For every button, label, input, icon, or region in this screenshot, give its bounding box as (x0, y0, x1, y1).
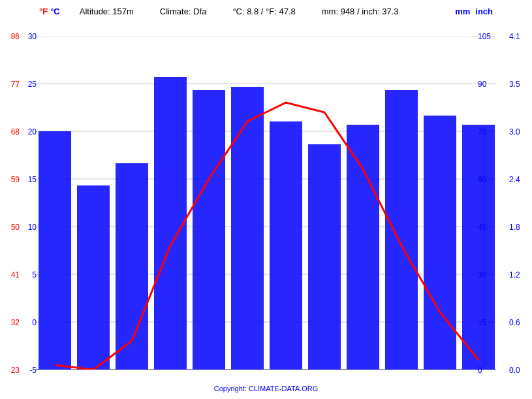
mm-105: 105 (478, 32, 491, 41)
c-label: °C (50, 7, 60, 16)
inch-24: 2.4 (509, 175, 520, 184)
c-5: 5 (32, 270, 37, 279)
svg-rect-19 (424, 116, 456, 370)
svg-rect-9 (39, 131, 71, 370)
svg-rect-16 (308, 144, 341, 370)
y-axis-inch: 4.1 3.5 3.0 2.4 1.8 1.2 0.6 0.0 (508, 36, 531, 370)
svg-rect-18 (385, 90, 418, 370)
mm-90: 90 (478, 80, 486, 89)
mm-30: 30 (478, 270, 486, 279)
temp-label: °C: 8.8 / °F: 47.8 (232, 7, 295, 16)
svg-rect-15 (270, 121, 302, 370)
mm-45: 45 (478, 223, 486, 232)
c-25: 25 (28, 80, 37, 89)
chart-header: °F °C Altitude: 157m Climate: Dfa °C: 8.… (0, 7, 532, 16)
mm-15: 15 (478, 318, 486, 327)
inch-12: 1.2 (509, 270, 520, 279)
f-label: °F (39, 7, 48, 16)
c-15: 15 (28, 175, 37, 184)
inch-30: 3.0 (509, 127, 520, 136)
c-30: 30 (28, 32, 37, 41)
inch-41: 4.1 (509, 32, 520, 41)
inch-header-label: inch (475, 7, 493, 16)
mm-75: 75 (478, 127, 486, 136)
svg-rect-14 (231, 87, 264, 370)
copyright: Copyright: CLIMATE-DATA.ORG (214, 382, 319, 394)
chart-container: °F °C Altitude: 157m Climate: Dfa °C: 8.… (0, 0, 532, 399)
precip-label: mm: 948 / inch: 37.3 (322, 7, 399, 16)
svg-rect-12 (154, 77, 187, 370)
main-chart-svg: 01 02 03 04 05 06 07 08 09 10 11 12 (36, 36, 496, 370)
c-0: 0 (32, 318, 37, 327)
mm-0: 0 (478, 366, 482, 375)
inch-18: 1.8 (509, 223, 520, 232)
svg-rect-13 (193, 90, 225, 370)
c-neg5: -5 (29, 366, 37, 375)
y-axis-f: 86 77 68 59 50 41 32 23 (1, 36, 20, 370)
y-axis-mm: 105 90 75 60 45 30 15 0 (475, 36, 496, 370)
altitude-label: Altitude: 157m (80, 7, 134, 16)
inch-35: 3.5 (509, 80, 520, 89)
svg-rect-10 (77, 185, 110, 370)
inch-06: 0.6 (509, 318, 520, 327)
c-20: 20 (28, 127, 37, 136)
y-axis-c: 30 25 20 15 10 5 0 -5 (18, 36, 37, 370)
c-10: 10 (28, 223, 37, 232)
mm-header-label: mm (455, 7, 470, 16)
mm-60: 60 (478, 175, 486, 184)
climate-label: Climate: Dfa (160, 7, 207, 16)
svg-rect-17 (347, 125, 379, 370)
inch-00: 0.0 (509, 366, 520, 375)
